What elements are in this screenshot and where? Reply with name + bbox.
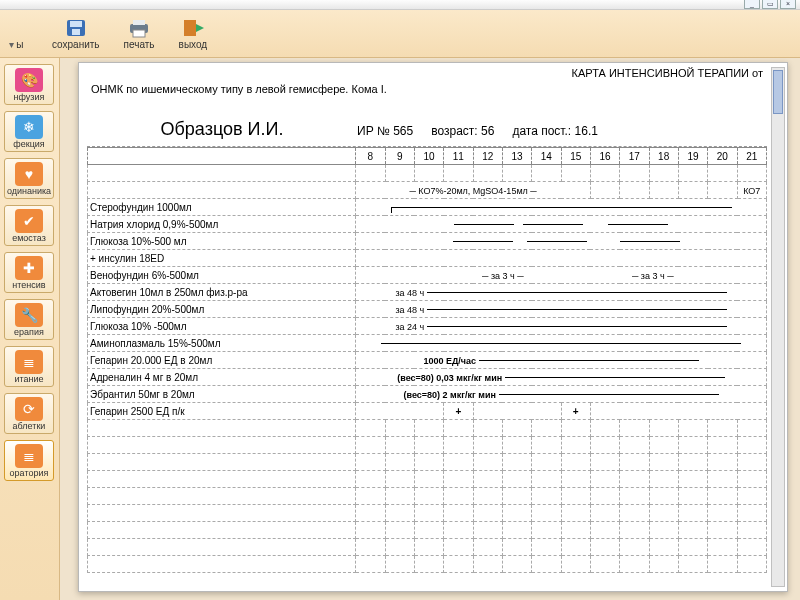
scrollbar[interactable] bbox=[771, 67, 785, 587]
sidebar-item-4[interactable]: ✚нтенсив bbox=[4, 252, 54, 293]
svg-rect-4 bbox=[133, 20, 145, 25]
med-name: Гепарин 20.000 ЕД в 20мл bbox=[88, 352, 356, 369]
med-row: Глюкоза 10%-500 мл bbox=[88, 233, 767, 250]
med-row: Адреналин 4 мг в 20мл(вес=80) 0,03 мкг/к… bbox=[88, 369, 767, 386]
sidebar-item-label: емостаз bbox=[12, 233, 46, 243]
document-card: КАРТА ИНТЕНСИВНОЙ ТЕРАПИИ от ОНМК по ише… bbox=[78, 62, 788, 592]
sidebar-item-label: аблетки bbox=[13, 421, 46, 431]
sidebar-icon: ✚ bbox=[15, 256, 43, 280]
med-row: Натрия хлорид 0,9%-500мл bbox=[88, 216, 767, 233]
print-icon bbox=[127, 17, 151, 39]
title-bar: _ ▭ × bbox=[0, 0, 800, 10]
sidebar-item-label: одинаника bbox=[7, 186, 51, 196]
med-name: Актовегин 10мл в 250мл физ.р-ра bbox=[88, 284, 356, 301]
patient-age: возраст: 56 bbox=[431, 124, 494, 138]
sidebar-icon: 🎨 bbox=[15, 68, 43, 92]
med-name: Эбрантил 50мг в 20мл bbox=[88, 386, 356, 403]
sidebar-item-3[interactable]: ✔емостаз bbox=[4, 205, 54, 246]
med-name: + инсулин 18ED bbox=[88, 250, 356, 267]
diagnosis-text: ОНМК по ишемическому типу в левой гемисф… bbox=[87, 79, 767, 105]
sidebar-item-1[interactable]: ❄фекция bbox=[4, 111, 54, 152]
med-row: Липофундин 20%-500млза 48 ч bbox=[88, 301, 767, 318]
sidebar-item-label: итание bbox=[14, 374, 43, 384]
therapy-grid: 89101112131415161718192021 ─ КО7%-20мл, … bbox=[87, 146, 767, 573]
med-row: Венофундин 6%-500мл ─ за 3 ч ─ ─ за 3 ч … bbox=[88, 267, 767, 284]
exit-icon bbox=[181, 17, 205, 39]
admission-date: дата пост.: 16.1 bbox=[512, 124, 598, 138]
med-name: Венофундин 6%-500мл bbox=[88, 267, 356, 284]
sidebar-item-6[interactable]: ≣итание bbox=[4, 346, 54, 387]
med-row: + инсулин 18ED bbox=[88, 250, 767, 267]
sidebar-item-0[interactable]: 🎨нфузия bbox=[4, 64, 54, 105]
sidebar-item-label: ерапия bbox=[14, 327, 44, 337]
sidebar-item-label: нтенсив bbox=[12, 280, 45, 290]
sidebar-item-label: нфузия bbox=[14, 92, 45, 102]
svg-marker-7 bbox=[196, 24, 204, 32]
med-row: Гепарин 2500 ЕД п/к + + bbox=[88, 403, 767, 420]
med-name: Глюкоза 10% -500мл bbox=[88, 318, 356, 335]
toolbar-print-button[interactable]: печать bbox=[124, 17, 155, 50]
med-row: Гепарин 20.000 ЕД в 20мл1000 ЕД/час bbox=[88, 352, 767, 369]
patient-name: Образцов И.И. bbox=[87, 119, 357, 140]
sidebar-icon: ❄ bbox=[15, 115, 43, 139]
sidebar-icon: 🔧 bbox=[15, 303, 43, 327]
svg-rect-5 bbox=[133, 30, 145, 37]
main-area: КАРТА ИНТЕНСИВНОЙ ТЕРАПИИ от ОНМК по ише… bbox=[60, 58, 800, 600]
sidebar-item-label: фекция bbox=[13, 139, 44, 149]
sidebar-item-5[interactable]: 🔧ерапия bbox=[4, 299, 54, 340]
toolbar-exit-button[interactable]: выход bbox=[179, 17, 208, 50]
toolbar-item-dropdown[interactable]: ы bbox=[4, 17, 28, 50]
sidebar-icon: ♥ bbox=[15, 162, 43, 186]
window-minimize-button[interactable]: _ bbox=[744, 0, 760, 9]
med-name: Липофундин 20%-500мл bbox=[88, 301, 356, 318]
sidebar-icon: ⟳ bbox=[15, 397, 43, 421]
scrollbar-thumb[interactable] bbox=[773, 70, 783, 114]
med-name: Аминоплазмаль 15%-500мл bbox=[88, 335, 356, 352]
window-maximize-button[interactable]: ▭ bbox=[762, 0, 778, 9]
save-icon bbox=[64, 17, 88, 39]
dropdown-icon bbox=[4, 17, 28, 39]
med-row: Аминоплазмаль 15%-500мл bbox=[88, 335, 767, 352]
sidebar-icon: ≣ bbox=[15, 350, 43, 374]
toolbar: ы сохранить печать выход bbox=[0, 10, 800, 58]
sidebar-item-label: оратория bbox=[10, 468, 49, 478]
svg-rect-1 bbox=[70, 21, 82, 27]
med-name: Гепарин 2500 ЕД п/к bbox=[88, 403, 356, 420]
toolbar-save-button[interactable]: сохранить bbox=[52, 17, 100, 50]
svg-rect-2 bbox=[72, 29, 80, 35]
window-close-button[interactable]: × bbox=[780, 0, 796, 9]
med-name: Глюкоза 10%-500 мл bbox=[88, 233, 356, 250]
med-row: Глюкоза 10% -500млза 24 ч bbox=[88, 318, 767, 335]
document-title: КАРТА ИНТЕНСИВНОЙ ТЕРАПИИ от bbox=[87, 67, 767, 79]
med-row: Стерофундин 1000мл bbox=[88, 199, 767, 216]
svg-rect-6 bbox=[184, 20, 196, 36]
sidebar-item-7[interactable]: ⟳аблетки bbox=[4, 393, 54, 434]
med-name: Адреналин 4 мг в 20мл bbox=[88, 369, 356, 386]
ir-number: ИР № 565 bbox=[357, 124, 413, 138]
sidebar-item-8[interactable]: ≣оратория bbox=[4, 440, 54, 481]
sidebar-icon: ≣ bbox=[15, 444, 43, 468]
sidebar-item-2[interactable]: ♥одинаника bbox=[4, 158, 54, 199]
patient-row: Образцов И.И. ИР № 565 возраст: 56 дата … bbox=[87, 105, 767, 146]
med-row: Актовегин 10мл в 250мл физ.р-раза 48 ч bbox=[88, 284, 767, 301]
med-name: Натрия хлорид 0,9%-500мл bbox=[88, 216, 356, 233]
med-name: Стерофундин 1000мл bbox=[88, 199, 356, 216]
med-row: Эбрантил 50мг в 20мл(вес=80) 2 мкг/кг ми… bbox=[88, 386, 767, 403]
sidebar: 🎨нфузия❄фекция♥одинаника✔емостаз✚нтенсив… bbox=[0, 58, 60, 600]
sidebar-icon: ✔ bbox=[15, 209, 43, 233]
